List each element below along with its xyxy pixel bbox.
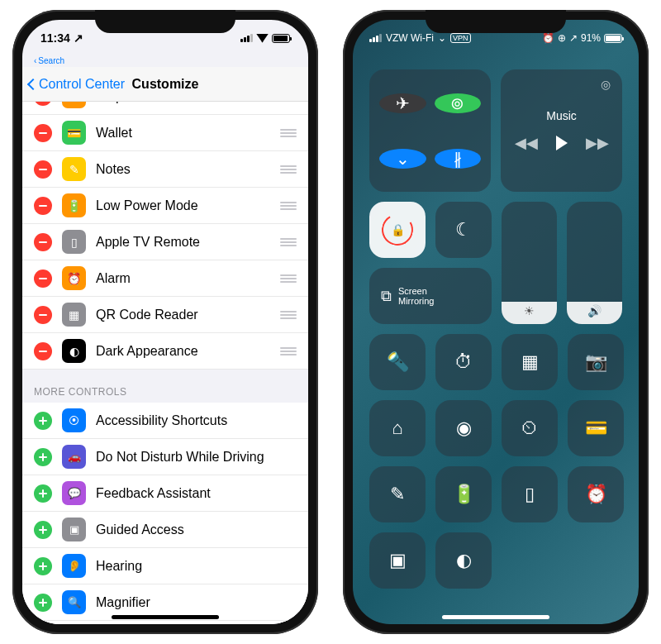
- alarm-icon: ⏰: [62, 266, 86, 290]
- next-track-button[interactable]: ▶▶: [586, 134, 609, 152]
- hearing-icon: 👂: [62, 554, 86, 578]
- stopwatch-icon: ⏱: [62, 102, 86, 108]
- back-button[interactable]: Control Center: [29, 77, 125, 92]
- notes-icon: ✎: [62, 157, 86, 181]
- location-status-icon: ↗: [569, 32, 578, 44]
- alarm-button[interactable]: ⏰: [568, 466, 624, 522]
- reorder-handle[interactable]: [280, 165, 297, 174]
- camera-button[interactable]: 📷: [568, 334, 624, 390]
- screen-mirroring-button[interactable]: ⧉ Screen Mirroring: [369, 268, 492, 324]
- add-button[interactable]: [34, 448, 52, 466]
- list-item: ◐Dark Appearance: [22, 333, 308, 370]
- play-button[interactable]: [556, 136, 568, 150]
- list-item: 💬Feedback Assistant: [22, 475, 308, 512]
- list-item: 💳Wallet: [22, 115, 308, 151]
- list-item: 🔋Low Power Mode: [22, 188, 308, 224]
- brightness-icon: ☀: [524, 304, 535, 317]
- low-power-icon: 🔋: [62, 193, 86, 217]
- add-button[interactable]: [34, 594, 52, 612]
- cellular-button[interactable]: ⊚: [435, 93, 482, 113]
- qr-reader-button[interactable]: ▣: [369, 532, 426, 589]
- flashlight-button[interactable]: 🔦: [369, 334, 426, 390]
- bluetooth-button[interactable]: ∦: [435, 149, 482, 169]
- reorder-handle[interactable]: [280, 238, 297, 246]
- location-icon: ↗: [74, 31, 83, 45]
- home-indicator[interactable]: [112, 615, 219, 619]
- volume-icon: 🔊: [587, 304, 602, 317]
- wallet-icon: 💳: [62, 121, 86, 145]
- add-button[interactable]: [34, 484, 52, 503]
- list-item: 👂Hearing: [22, 548, 308, 584]
- alarm-status-icon: ⏰: [542, 32, 554, 44]
- settings-customize-screen: 11:34 ↗ ‹Search Control Center Customize…: [22, 20, 308, 624]
- prev-track-button[interactable]: ◀◀: [515, 134, 538, 152]
- battery-icon: [604, 34, 622, 43]
- wallet-button[interactable]: 💳: [568, 400, 624, 456]
- brightness-slider[interactable]: ☀: [502, 202, 557, 324]
- volume-slider[interactable]: 🔊: [567, 202, 622, 324]
- row-label: Dark Appearance: [96, 344, 270, 359]
- airplay-icon[interactable]: ◎: [601, 78, 611, 91]
- calculator-button[interactable]: ▦: [502, 334, 558, 390]
- lock-status-icon: ⊕: [558, 32, 566, 44]
- reorder-handle[interactable]: [280, 202, 297, 210]
- low-power-button[interactable]: 🔋: [435, 466, 492, 522]
- airplane-button[interactable]: ✈: [379, 93, 426, 113]
- control-center-screen: VZW Wi-Fi ⌄ VPN ⏰ ⊕ ↗ 91% ✈ ⊚ ⌄ ∦: [353, 20, 639, 624]
- row-label: Alarm: [96, 271, 270, 286]
- lock-icon: 🔒: [391, 223, 405, 236]
- row-label: Feedback Assistant: [96, 486, 297, 501]
- screen-mirroring-icon: ⧉: [381, 288, 392, 305]
- home-indicator[interactable]: [442, 615, 549, 619]
- breadcrumb-back[interactable]: ‹Search: [22, 56, 308, 67]
- qr-icon: ▦: [62, 303, 86, 327]
- remove-button[interactable]: [34, 233, 52, 251]
- notch: [95, 10, 235, 33]
- add-button[interactable]: [34, 412, 52, 430]
- add-button[interactable]: [34, 521, 52, 539]
- list-item: ✎Notes: [22, 151, 308, 188]
- orientation-lock-button[interactable]: 🔒: [369, 202, 426, 258]
- reorder-handle[interactable]: [280, 274, 297, 283]
- media-block[interactable]: ◎ Music ◀◀ ▶▶: [501, 69, 622, 192]
- reorder-handle[interactable]: [280, 347, 297, 355]
- signal-icon: [369, 34, 382, 42]
- notes-button[interactable]: ✎: [369, 466, 426, 522]
- row-label: Do Not Disturb While Driving: [96, 450, 297, 465]
- home-button[interactable]: ⌂: [369, 400, 426, 456]
- dark-mode-button[interactable]: ◐: [435, 532, 492, 589]
- add-button[interactable]: [34, 557, 52, 575]
- guided-access-icon: ▣: [62, 518, 86, 541]
- row-label: QR Code Reader: [96, 308, 270, 322]
- list-item: ⏰Alarm: [22, 260, 308, 297]
- remove-button[interactable]: [34, 124, 52, 142]
- stopwatch-button[interactable]: ⏲: [502, 400, 558, 456]
- row-label: Wallet: [96, 126, 270, 141]
- remove-button[interactable]: [34, 102, 52, 106]
- row-label: Low Power Mode: [96, 198, 270, 213]
- row-label: Hearing: [96, 559, 297, 574]
- list-item: aAText Size: [22, 621, 308, 624]
- wifi-icon: [256, 34, 269, 43]
- screen-record-button[interactable]: ◉: [435, 400, 492, 456]
- wifi-button[interactable]: ⌄: [379, 149, 426, 169]
- battery-percent: 91%: [581, 32, 601, 44]
- phone-right-frame: VZW Wi-Fi ⌄ VPN ⏰ ⊕ ↗ 91% ✈ ⊚ ⌄ ∦: [343, 10, 649, 634]
- list-item: ▦QR Code Reader: [22, 297, 308, 333]
- do-not-disturb-button[interactable]: ☾: [435, 202, 492, 258]
- timer-button[interactable]: ⏱: [435, 334, 492, 390]
- magnifier-icon: 🔍: [62, 590, 86, 614]
- list-item: ▣Guided Access: [22, 512, 308, 548]
- remove-button[interactable]: [34, 160, 52, 179]
- reorder-handle[interactable]: [280, 311, 297, 319]
- remove-button[interactable]: [34, 306, 52, 324]
- dark-mode-icon: ◐: [62, 339, 86, 363]
- remove-button[interactable]: [34, 197, 52, 215]
- accessibility-icon: ⦿: [62, 408, 86, 432]
- apple-tv-remote-button[interactable]: ▯: [502, 466, 558, 522]
- remove-button[interactable]: [34, 342, 52, 360]
- reorder-handle[interactable]: [280, 129, 297, 137]
- row-label: Apple TV Remote: [96, 235, 270, 250]
- screen-mirroring-label: Screen Mirroring: [398, 286, 434, 306]
- remove-button[interactable]: [34, 270, 52, 288]
